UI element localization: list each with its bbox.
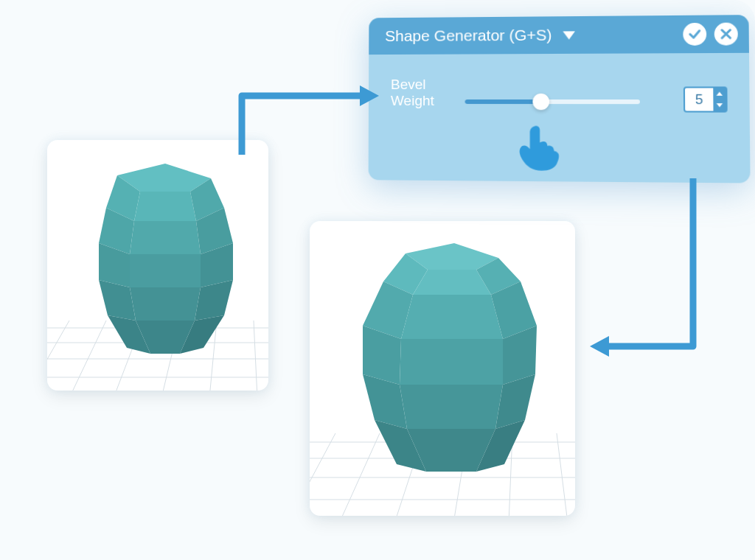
confirm-button[interactable]	[683, 23, 706, 46]
preview-after-canvas	[310, 221, 575, 516]
svg-marker-19	[130, 287, 201, 321]
bevel-weight-slider[interactable]	[465, 94, 640, 110]
cursor-hand-icon	[510, 121, 563, 174]
panel-body: Bevel Weight 5	[369, 53, 751, 183]
svg-line-30	[310, 433, 335, 516]
panel-titlebar[interactable]: Shape Generator (G+S)	[369, 15, 749, 55]
close-button[interactable]	[714, 23, 738, 46]
chevron-down-icon[interactable]	[563, 31, 575, 39]
svg-line-5	[69, 321, 106, 391]
bevel-weight-stepper[interactable]: 5	[683, 86, 728, 112]
preview-before-canvas	[47, 140, 268, 391]
svg-marker-53	[590, 336, 609, 357]
check-icon	[688, 27, 702, 41]
preview-after-card	[310, 221, 575, 516]
svg-marker-44	[400, 339, 503, 385]
bevel-weight-value[interactable]: 5	[685, 88, 713, 111]
svg-marker-41	[401, 295, 503, 339]
stepper-down-button[interactable]	[713, 99, 726, 111]
svg-line-35	[557, 433, 568, 516]
panel-title: Shape Generator (G+S)	[385, 26, 552, 45]
shape-before	[99, 164, 233, 354]
svg-marker-17	[130, 221, 201, 254]
arrow-panel-to-after	[582, 169, 730, 376]
slider-thumb[interactable]	[533, 94, 550, 110]
stepper-up-button[interactable]	[713, 88, 726, 100]
shape-generator-panel: Shape Generator (G+S) Bevel Weight	[369, 15, 751, 183]
svg-line-31	[339, 433, 380, 516]
close-icon	[719, 27, 733, 41]
svg-line-9	[254, 321, 257, 391]
shape-after	[363, 243, 537, 472]
svg-marker-16	[134, 192, 196, 221]
preview-before-card	[47, 140, 268, 391]
bevel-weight-label: Bevel Weight	[391, 77, 434, 109]
svg-line-4	[47, 321, 69, 391]
slider-fill	[465, 99, 541, 104]
svg-marker-47	[400, 385, 503, 429]
svg-marker-18	[130, 254, 201, 287]
